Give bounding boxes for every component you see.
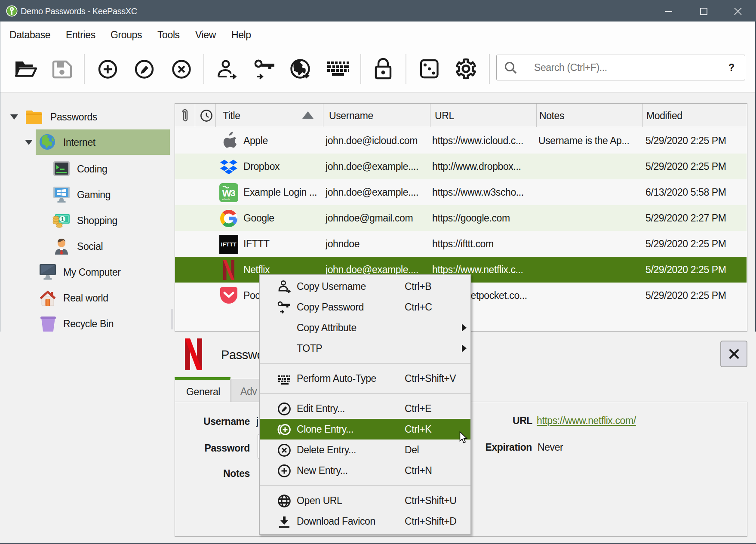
svg-text:1: 1 [61,216,64,222]
svg-text:w3: w3 [222,186,235,199]
svg-text:schools: schools [222,198,230,200]
svg-text:IFTTT: IFTTT [221,242,237,248]
